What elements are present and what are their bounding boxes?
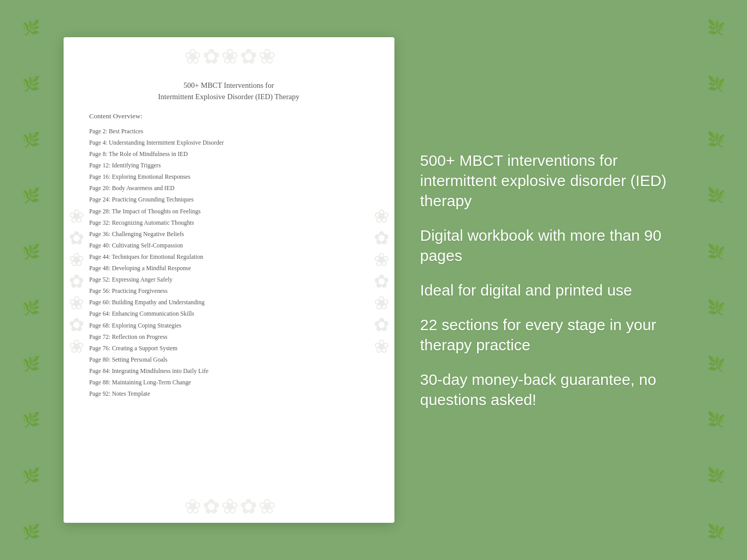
toc-item: Page 24: Practicing Grounding Techniques: [89, 194, 369, 206]
leaf-icon: 🌿: [22, 525, 40, 539]
mandala-right-decoration: ❀ ✿ ❀ ✿ ❀ ✿ ❀: [371, 206, 392, 355]
toc-item: Page 76: Creating a Support System: [89, 343, 369, 354]
mandala-left-decoration: ❀ ✿ ❀ ✿ ❀ ✿ ❀: [66, 206, 87, 355]
leaf-icon: 🌿: [707, 245, 725, 259]
leaf-icon: 🌿: [22, 245, 40, 259]
leaf-icon: 🌿: [707, 413, 725, 427]
leaf-icon: 🌿: [707, 133, 725, 147]
info-panel-item: Digital workbook with more than 90 pages: [420, 225, 684, 266]
leaf-icon: 🌿: [22, 189, 40, 203]
toc-item: Page 72: Reflection on Progress: [89, 331, 369, 343]
toc-item: Page 56: Practicing Forgiveness: [89, 285, 369, 297]
info-panel: 500+ MBCT interventions for intermittent…: [415, 150, 684, 410]
toc-item: Page 16: Exploring Emotional Responses: [89, 171, 369, 182]
toc-item: Page 40: Cultivating Self-Compassion: [89, 240, 369, 251]
document-page: ❀ ✿ ❀ ✿ ❀ ❀ ✿ ❀ ✿ ❀ ✿ ❀ ❀ ✿ ❀ ✿ ❀ ✿ ❀ 50…: [64, 37, 394, 523]
main-container: ❀ ✿ ❀ ✿ ❀ ❀ ✿ ❀ ✿ ❀ ✿ ❀ ❀ ✿ ❀ ✿ ❀ ✿ ❀ 50…: [64, 27, 684, 533]
leaf-icon: 🌿: [22, 413, 40, 427]
mandala-bottom-decoration: ❀ ✿ ❀ ✿ ❀: [184, 494, 274, 519]
leaf-icon: 🌿: [22, 469, 40, 483]
content-overview-label: Content Overview:: [89, 112, 369, 120]
leaf-icon: 🌿: [22, 21, 40, 35]
toc-item: Page 20: Body Awareness and IED: [89, 182, 369, 194]
info-panel-item: 30-day money-back guarantee, no question…: [420, 369, 684, 410]
toc-item: Page 52: Expressing Anger Safely: [89, 274, 369, 285]
document-title: 500+ MBCT Interventions for Intermittent…: [89, 80, 369, 103]
leaf-icon: 🌿: [22, 133, 40, 147]
leaf-icon: 🌿: [707, 21, 725, 35]
table-of-contents: Page 2: Best PracticesPage 4: Understand…: [89, 126, 369, 507]
right-leaf-border: 🌿 🌿 🌿 🌿 🌿 🌿 🌿 🌿 🌿 🌿: [685, 0, 747, 560]
leaf-icon: 🌿: [707, 469, 725, 483]
toc-item: Page 68: Exploring Coping Strategies: [89, 320, 369, 331]
leaf-icon: 🌿: [707, 189, 725, 203]
toc-item: Page 80: Setting Personal Goals: [89, 354, 369, 365]
leaf-icon: 🌿: [707, 301, 725, 315]
leaf-icon: 🌿: [707, 357, 725, 371]
left-leaf-border: 🌿 🌿 🌿 🌿 🌿 🌿 🌿 🌿 🌿 🌿: [0, 0, 62, 560]
toc-item: Page 36: Challenging Negative Beliefs: [89, 228, 369, 240]
leaf-icon: 🌿: [707, 525, 725, 539]
leaf-icon: 🌿: [707, 77, 725, 91]
toc-item: Page 32: Recognizing Automatic Thoughts: [89, 217, 369, 228]
toc-item: Page 4: Understanding Intermittent Explo…: [89, 137, 369, 148]
leaf-icon: 🌿: [22, 77, 40, 91]
toc-item: Page 92: Notes Template: [89, 388, 369, 399]
toc-item: Page 48: Developing a Mindful Response: [89, 262, 369, 274]
toc-item: Page 44: Techniques for Emotional Regula…: [89, 251, 369, 262]
toc-item: Page 12: Identifying Triggers: [89, 160, 369, 171]
mandala-top-decoration: ❀ ✿ ❀ ✿ ❀: [182, 42, 276, 71]
toc-item: Page 28: The Impact of Thoughts on Feeli…: [89, 206, 369, 217]
toc-item: Page 2: Best Practices: [89, 126, 369, 137]
toc-item: Page 64: Enhancing Communication Skills: [89, 308, 369, 320]
info-panel-item: 500+ MBCT interventions for intermittent…: [420, 150, 684, 211]
info-panel-item: 22 sections for every stage in your ther…: [420, 315, 684, 355]
leaf-icon: 🌿: [22, 301, 40, 315]
info-panel-item: Ideal for digital and printed use: [420, 280, 684, 300]
leaf-icon: 🌿: [22, 357, 40, 371]
toc-item: Page 84: Integrating Mindfulness into Da…: [89, 365, 369, 377]
toc-item: Page 88: Maintaining Long-Term Change: [89, 377, 369, 388]
toc-item: Page 60: Building Empathy and Understand…: [89, 297, 369, 308]
toc-item: Page 8: The Role of Mindfulness in IED: [89, 148, 369, 160]
